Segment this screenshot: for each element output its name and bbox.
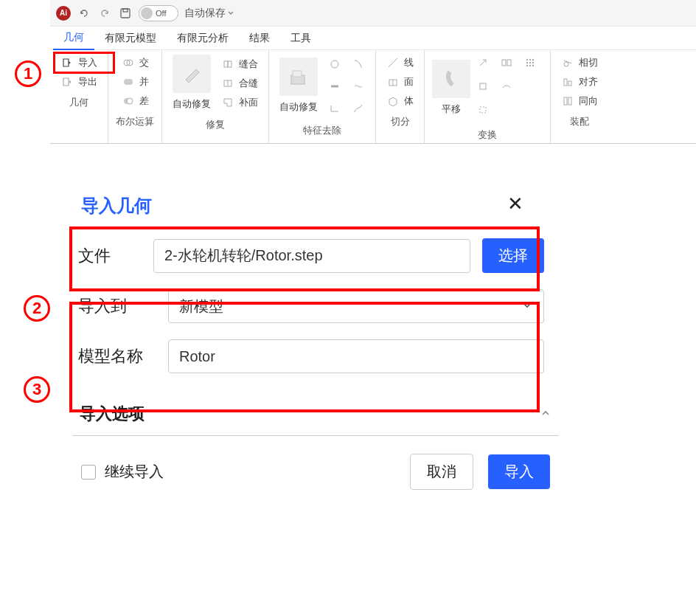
coincident-button[interactable]: 同向 xyxy=(558,93,601,109)
subtract-icon xyxy=(122,94,135,108)
svg-point-20 xyxy=(529,59,531,60)
split-line-button[interactable]: 线 xyxy=(383,55,417,71)
svg-point-5 xyxy=(127,79,133,85)
align-icon xyxy=(561,75,574,89)
annotation-circle-3: 3 xyxy=(24,376,50,403)
save-icon[interactable] xyxy=(118,6,133,21)
line-icon xyxy=(386,56,400,69)
import-options-toggle[interactable]: 导入选项 xyxy=(72,392,559,436)
file-input[interactable] xyxy=(153,239,470,273)
svg-rect-0 xyxy=(121,9,130,18)
svg-rect-32 xyxy=(568,81,571,86)
xf-icon-9[interactable] xyxy=(522,102,538,118)
tangent-button[interactable]: 相切 xyxy=(558,55,601,71)
translate-icon[interactable] xyxy=(432,60,470,98)
dialog-title: 导入几何 xyxy=(72,188,559,224)
import-to-select[interactable]: 新模型 xyxy=(168,289,544,323)
tab-fem-analysis[interactable]: 有限元分析 xyxy=(167,27,239,49)
svg-rect-31 xyxy=(564,79,567,86)
tab-fem-model[interactable]: 有限元模型 xyxy=(94,27,167,49)
feature-auto-repair-button[interactable]: 自动修复 xyxy=(276,99,321,115)
fr-icon-2[interactable] xyxy=(325,77,344,96)
svg-point-22 xyxy=(526,62,528,63)
svg-point-27 xyxy=(532,65,534,66)
body-icon xyxy=(386,94,400,108)
svg-rect-8 xyxy=(224,61,228,67)
fr-icon-3[interactable] xyxy=(325,99,344,118)
svg-rect-33 xyxy=(564,97,567,105)
group-split-label: 切分 xyxy=(391,115,410,128)
toggle-off-label: Off xyxy=(156,9,166,18)
translate-button[interactable]: 平移 xyxy=(439,101,464,117)
collapse-up-icon xyxy=(540,404,551,423)
subtract-button[interactable]: 差 xyxy=(119,93,152,109)
stitch-button[interactable]: 缝合 xyxy=(218,56,261,72)
auto-repair-button[interactable]: 自动修复 xyxy=(170,96,214,112)
xf-icon-4[interactable] xyxy=(475,78,491,94)
intersect-icon xyxy=(122,56,135,69)
xf-icon-5[interactable] xyxy=(498,78,515,94)
fr-icon-6[interactable] xyxy=(349,99,368,118)
ribbon-group-feature-remove: 自动修复 特征去除 xyxy=(269,50,376,143)
ribbon-group-transform: 平移 变换 xyxy=(425,50,551,143)
model-name-label: 模型名称 xyxy=(78,345,156,367)
export-icon xyxy=(60,75,74,89)
fr-icon-1[interactable] xyxy=(325,55,344,74)
tab-geometry[interactable]: 几何 xyxy=(53,27,94,50)
model-name-input[interactable] xyxy=(168,339,544,373)
xf-icon-1[interactable] xyxy=(475,55,491,71)
import-button[interactable]: 导入 xyxy=(58,55,100,71)
xf-icon-6[interactable] xyxy=(522,78,538,94)
file-row: 文件 选择 xyxy=(78,238,544,273)
import-button-dialog[interactable]: 导入 xyxy=(488,454,550,489)
import-geometry-dialog: 导入几何 ✕ 文件 选择 导入到 新模型 模型名称 导入选项 继续导 xyxy=(72,188,559,490)
split-face-button[interactable]: 面 xyxy=(383,74,417,90)
undo-icon[interactable] xyxy=(77,6,91,21)
autosave-toggle[interactable]: Off xyxy=(139,5,178,21)
choose-file-button[interactable]: 选择 xyxy=(482,238,544,273)
group-feature-remove-label: 特征去除 xyxy=(303,124,341,137)
patch-button[interactable]: 补面 xyxy=(218,94,261,111)
align-button[interactable]: 对齐 xyxy=(558,74,601,90)
xf-icon-8[interactable] xyxy=(498,102,515,118)
title-bar: Ai Off 自动保存 xyxy=(50,0,696,27)
redo-icon[interactable] xyxy=(97,6,112,21)
split-body-button[interactable]: 体 xyxy=(383,93,417,109)
svg-point-19 xyxy=(526,59,528,60)
import-to-value: 新模型 xyxy=(179,297,223,316)
ribbon-group-assembly: 相切 对齐 同向 装配 xyxy=(551,50,608,143)
ribbon-group-split: 线 面 体 切分 xyxy=(376,50,425,143)
file-label: 文件 xyxy=(78,245,142,267)
import-icon xyxy=(60,56,74,69)
xf-icon-3[interactable] xyxy=(522,55,538,71)
toggle-knob-icon xyxy=(141,7,153,19)
fr-icon-4[interactable] xyxy=(349,55,368,74)
svg-rect-34 xyxy=(568,97,571,105)
ribbon-group-boolean: 交 并 差 布尔运算 xyxy=(108,50,162,143)
svg-point-24 xyxy=(532,62,534,63)
svg-rect-28 xyxy=(480,83,486,89)
autosave-label[interactable]: 自动保存 xyxy=(184,7,234,20)
continue-import-checkbox[interactable] xyxy=(81,465,96,480)
coincident-icon xyxy=(561,94,574,108)
close-icon[interactable]: ✕ xyxy=(507,193,523,215)
union-button[interactable]: 并 xyxy=(119,74,152,90)
svg-rect-9 xyxy=(228,61,232,67)
export-button[interactable]: 导出 xyxy=(58,74,100,90)
continue-import-label: 继续导入 xyxy=(105,462,164,482)
intersect-button[interactable]: 交 xyxy=(119,55,152,71)
group-boolean-label: 布尔运算 xyxy=(116,115,154,128)
feature-auto-repair-icon[interactable] xyxy=(279,58,318,96)
xf-icon-2[interactable] xyxy=(498,55,515,71)
svg-point-30 xyxy=(564,62,568,66)
svg-point-7 xyxy=(127,98,133,104)
tab-tools[interactable]: 工具 xyxy=(280,27,321,49)
ribbon-group-repair: 自动修复 缝合 合缝 补面 修复 xyxy=(162,50,269,143)
group-transform-label: 变换 xyxy=(478,128,497,142)
auto-repair-icon[interactable] xyxy=(173,55,211,93)
fr-icon-5[interactable] xyxy=(349,77,368,96)
cancel-button[interactable]: 取消 xyxy=(410,454,473,490)
seam-button[interactable]: 合缝 xyxy=(218,75,261,91)
xf-icon-7[interactable] xyxy=(475,102,491,118)
tab-results[interactable]: 结果 xyxy=(239,27,280,49)
